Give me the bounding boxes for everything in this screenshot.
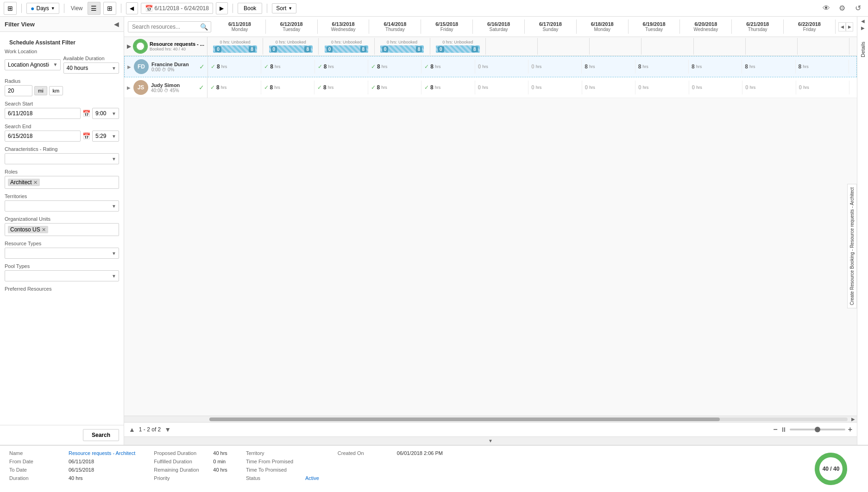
- date-col-6-17-2018: 6/17/2018Sunday: [525, 19, 577, 34]
- filter-panel: Filter View ◀ Schedule Assistant Filter …: [0, 17, 124, 445]
- resource-row-1[interactable]: ▶ JS Judy Simon 40:00 ⏱ 45% ✓ ✓8hrs✓8hrs…: [124, 77, 857, 98]
- km-btn[interactable]: km: [49, 86, 63, 95]
- search-end-label: Search End: [5, 124, 119, 129]
- pool-types-select[interactable]: [5, 270, 119, 281]
- settings-icon-btn[interactable]: ⚙: [836, 2, 849, 15]
- search-start-time-select[interactable]: 9:00 AM: [92, 108, 119, 119]
- zoom-controls: − ⏸ +: [773, 425, 852, 434]
- h-scroll-right-btn[interactable]: ▶: [849, 417, 857, 422]
- remaining-duration-label: Remaining Duration: [154, 467, 209, 473]
- search-btn[interactable]: Search: [83, 429, 119, 441]
- roles-tag-architect-label: Architect: [10, 179, 32, 186]
- details-expand-right[interactable]: ▶: [861, 25, 865, 31]
- date-col-6-16-2018: 6/16/2018Saturday: [473, 19, 525, 34]
- resource-row-spacer-1: [849, 81, 857, 94]
- filter-section-title: Schedule Assistant Filter: [5, 35, 119, 49]
- date-col-6-12-2018: 6/12/2018Tuesday: [266, 19, 318, 34]
- bottom-toggle-btn[interactable]: ▼: [488, 438, 493, 443]
- req-cell-0: 0 hrs: Unbooked 0 8: [208, 38, 263, 55]
- territory-field: Territory: [246, 450, 319, 456]
- search-end-date-input[interactable]: [5, 131, 81, 142]
- list-view-btn[interactable]: ☰: [88, 2, 101, 15]
- page-info: 1 - 2 of 2: [139, 426, 161, 433]
- separator-2: [64, 4, 64, 13]
- search-start-date-input[interactable]: [5, 108, 81, 119]
- req-subtitle: Booked hrs: 40 / 40: [150, 47, 204, 51]
- req-expand-btn[interactable]: ▶: [127, 43, 131, 50]
- details-expand-left[interactable]: ◀: [861, 19, 865, 24]
- resource-search-btn[interactable]: 🔍: [197, 23, 211, 31]
- zoom-slider[interactable]: [790, 429, 845, 430]
- preferred-resources-label: Preferred Resources: [5, 286, 119, 292]
- search-start-calendar-icon[interactable]: 📅: [82, 110, 90, 117]
- resource-row-0[interactable]: ▶ FD Francine Duran 0:00 ⏱ 0% ✓ ✓8hrs✓8h…: [124, 56, 857, 77]
- resource-search-input[interactable]: [128, 22, 197, 32]
- filter-collapse-btn[interactable]: ◀: [114, 20, 119, 28]
- status-value[interactable]: Active: [305, 475, 319, 481]
- roles-tag-architect-remove[interactable]: ✕: [33, 180, 38, 186]
- resource-cell-1-2: ✓8hrs: [314, 81, 368, 94]
- date-col-6-21-2018: 6/21/2018Thursday: [732, 19, 784, 34]
- mi-btn[interactable]: mi: [34, 86, 47, 95]
- req-cell-empty-5: [486, 38, 538, 55]
- page-prev-btn[interactable]: ▲: [129, 426, 135, 433]
- zoom-in-btn[interactable]: +: [848, 425, 852, 434]
- date-range-display[interactable]: 📅 6/11/2018 - 6/24/2018: [141, 3, 213, 14]
- resource-info-col-1: ▶ JS Judy Simon 40:00 ⏱ 45% ✓: [124, 77, 208, 98]
- req-cell-empty-8: [642, 38, 693, 55]
- preferred-resources-row: Preferred Resources: [5, 286, 119, 292]
- org-units-tag-input[interactable]: Contoso US ✕: [5, 223, 119, 236]
- territories-select[interactable]: [5, 200, 119, 212]
- available-duration-select[interactable]: 40 hours: [63, 62, 120, 74]
- sort-btn[interactable]: Sort ▼: [272, 3, 296, 13]
- h-scrollbar-thumb[interactable]: [209, 417, 720, 421]
- grid-icon-btn[interactable]: ⊞: [4, 2, 17, 15]
- resource-expand-0[interactable]: ▶: [127, 64, 131, 69]
- pause-btn[interactable]: ⏸: [780, 426, 787, 433]
- pool-types-label: Pool Types: [5, 263, 119, 269]
- h-scrollbar-track[interactable]: [209, 417, 848, 421]
- roles-tag-input[interactable]: Architect ✕: [5, 176, 119, 189]
- resource-cell-1-1: ✓8hrs: [261, 81, 315, 94]
- create-resource-booking-tab[interactable]: Create Resource Booking - Resource reque…: [847, 184, 857, 308]
- resource-cell-0-5: 0hrs: [475, 60, 528, 74]
- priority-field: Priority: [154, 475, 227, 481]
- zoom-out-btn[interactable]: −: [773, 425, 777, 434]
- resource-cell-0-9: 8hrs: [689, 60, 742, 74]
- details-tab-text[interactable]: Details: [860, 42, 866, 57]
- proposed-duration-field: Proposed Duration 40 hrs: [154, 450, 227, 456]
- prev-date-btn[interactable]: ◀: [126, 2, 138, 14]
- book-btn[interactable]: Book: [238, 3, 262, 14]
- characteristics-select[interactable]: [5, 153, 119, 164]
- next-date-btn[interactable]: ▶: [216, 2, 228, 14]
- resource-requests-row: ▶ Resource requests - ... Booked hrs: 40…: [124, 37, 857, 56]
- search-end-calendar-icon[interactable]: 📅: [82, 132, 90, 140]
- page-next-btn[interactable]: ▼: [164, 426, 171, 433]
- days-dropdown-btn[interactable]: ● Days ▼: [26, 3, 59, 14]
- eye-icon-btn[interactable]: 👁: [820, 2, 833, 15]
- org-units-tag-contoso-remove[interactable]: ✕: [42, 227, 46, 233]
- date-col-6-14-2018: 6/14/2018Thursday: [369, 19, 421, 34]
- resource-types-select[interactable]: [5, 248, 119, 259]
- req-cell-empty-11: [798, 38, 849, 55]
- info-section-right1: Territory Time From Promised Time To Pro…: [246, 450, 319, 487]
- date-col-6-11-2018: 6/11/2018Monday: [214, 19, 266, 34]
- avatar-1: JS: [133, 80, 148, 95]
- req-label-col: ▶ Resource requests - ... Booked hrs: 40…: [124, 37, 208, 56]
- resource-cell-0-3: ✓8hrs: [368, 60, 421, 74]
- schedule-area: 🔍 6/11/2018Monday6/12/2018Tuesday6/13/20…: [124, 17, 857, 445]
- resource-cell-0-6: 0hrs: [528, 60, 582, 74]
- name-field-value[interactable]: Resource requests - Architect: [69, 450, 135, 456]
- date-range-text: 6/11/2018 - 6/24/2018: [155, 5, 209, 12]
- scroll-right-btn[interactable]: ▶: [846, 22, 853, 31]
- resource-expand-1[interactable]: ▶: [127, 85, 131, 90]
- scroll-left-btn[interactable]: ◀: [838, 22, 846, 31]
- req-cell-empty-7: [590, 38, 642, 55]
- work-location-select[interactable]: Location Agnostic: [5, 59, 61, 70]
- radius-label: Radius: [5, 78, 119, 84]
- grid-view-btn[interactable]: ⊞: [103, 2, 116, 15]
- refresh-icon-btn[interactable]: ↺: [851, 2, 864, 15]
- search-end-time-select[interactable]: 5:29 PM: [92, 131, 119, 142]
- radius-input[interactable]: [5, 85, 32, 96]
- resource-cell-0-7: 8hrs: [582, 60, 635, 74]
